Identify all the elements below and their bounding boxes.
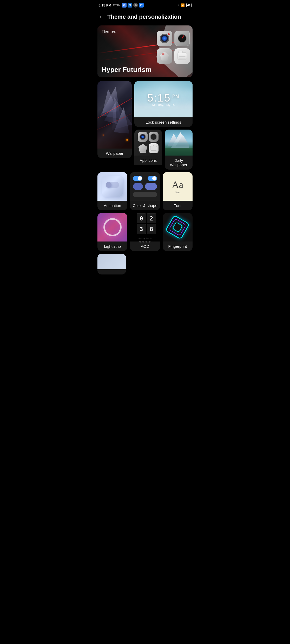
lock-time: 5:15 PM (147, 92, 180, 104)
animation-label: Animation (97, 201, 127, 210)
right-column: 5:15 PM Monday, July 15 Lock screen sett… (134, 81, 193, 170)
bottom-partial-card[interactable] (97, 254, 126, 274)
colorshape-card[interactable]: Color & shape (130, 172, 160, 210)
lightstrip-preview (97, 213, 127, 242)
ai-row-2 (138, 143, 159, 153)
mountain-bg (165, 140, 193, 156)
status-bar: 5:15 PM 120Hz G M 🛡 ✈ 📶 41 (94, 0, 196, 9)
back-button[interactable]: ← (98, 14, 104, 20)
shield-icon: 🛡 (139, 3, 144, 8)
hex-shape (168, 218, 187, 237)
themes-card-name: Hyper Futurism (102, 66, 151, 74)
header: ← Theme and personalization (94, 9, 196, 25)
ai-clock-icon (149, 132, 159, 142)
aod-icon-2 (142, 241, 144, 243)
app-icon-3 (133, 3, 138, 8)
themes-banner-card[interactable]: Themes Hyper Futurism (97, 25, 193, 77)
features-row-2: Light strip 0 2 3 8 Monday, June 3 A (97, 213, 193, 251)
aod-digit-3: 3 (137, 224, 146, 234)
battery-indicator: 41 (186, 3, 192, 7)
aod-card[interactable]: 0 2 3 8 Monday, June 3 AOD (130, 213, 160, 251)
wallpaper-label: Wallpaper (97, 149, 132, 158)
font-sub-text: Font (175, 190, 180, 194)
cs-toggle-knob-2 (152, 176, 156, 180)
cs-bar (133, 192, 157, 197)
dailywallpaper-card[interactable]: Daily Wallpaper (165, 130, 193, 170)
cs-toggle-knob-1 (138, 176, 142, 180)
battery-level: 41 (187, 4, 190, 7)
aod-icons-row (139, 240, 150, 243)
lockscreen-preview: 5:15 PM Monday, July 15 (134, 81, 193, 117)
aod-digit-2: 2 (147, 213, 156, 223)
ai-gem-icon (138, 143, 148, 153)
animation-card[interactable]: Animation (97, 172, 127, 210)
bottom-partial-preview (97, 254, 126, 269)
colorshape-label: Color & shape (130, 201, 160, 210)
font-big-text: Aa (172, 179, 183, 190)
status-left: 5:15 PM 120Hz G M 🛡 (98, 3, 144, 8)
font-label: Font (163, 201, 193, 210)
fingerprint-preview (163, 213, 193, 242)
cs-pill-small (133, 183, 143, 190)
wifi-icon: 📶 (181, 3, 185, 7)
cs-row-1 (133, 176, 157, 181)
appicons-preview (134, 130, 162, 156)
banner-gem-icon (157, 48, 172, 64)
bottom-row: App icons (134, 130, 193, 170)
cs-toggle-2 (148, 176, 157, 181)
animation-preview (97, 172, 127, 201)
banner-camera-icon (157, 31, 172, 46)
cs-pill-large (145, 183, 157, 190)
fingerprint-card[interactable]: Fingerprint (163, 213, 193, 251)
bottom-partial-row (97, 254, 193, 274)
main-content: Themes Hyper Futurism Wallpaper (94, 25, 196, 274)
font-card[interactable]: Aa Font Font (163, 172, 193, 210)
aod-date: Monday, June 3 (139, 237, 151, 240)
lock-time-suffix: PM (171, 94, 180, 98)
main-grid-row: Wallpaper 5:15 PM Monday, July 15 (97, 81, 193, 170)
status-app-icons: G M 🛡 (122, 3, 144, 8)
status-hz: 120Hz (113, 4, 120, 7)
lockscreen-label: Lock screen settings (134, 117, 193, 127)
banner-app-icons (157, 31, 190, 64)
appicons-label: App icons (134, 156, 162, 165)
fingerprint-label: Fingerprint (163, 242, 193, 251)
miui-icon: M (128, 3, 132, 8)
status-right: ✈ 📶 41 (177, 3, 192, 7)
lock-date: Monday, July 15 (152, 103, 175, 107)
aod-icon-1 (139, 241, 141, 243)
font-preview: Aa Font (163, 172, 193, 201)
aod-icon-4 (149, 241, 150, 243)
lightstrip-label: Light strip (97, 242, 127, 251)
aod-digits: 0 2 3 8 (135, 213, 155, 236)
ai-camera-icon (138, 132, 148, 142)
cs-row-2 (133, 183, 157, 190)
status-time: 5:15 PM (98, 3, 111, 7)
lockscreen-card[interactable]: 5:15 PM Monday, July 15 Lock screen sett… (134, 81, 193, 127)
wallpaper-preview (97, 81, 132, 149)
aod-preview: 0 2 3 8 Monday, June 3 (130, 213, 160, 242)
google-icon: G (122, 3, 127, 8)
ai-row-1 (138, 132, 159, 142)
themes-card-label: Themes (102, 29, 116, 33)
aod-digit-1: 0 (137, 213, 146, 223)
appicons-card[interactable]: App icons (134, 130, 162, 170)
ring-shape (103, 218, 122, 236)
aod-icon-3 (146, 241, 147, 243)
aod-digit-4: 8 (147, 224, 156, 234)
banner-folder-icon (174, 48, 190, 64)
lightstrip-card[interactable]: Light strip (97, 213, 127, 251)
ai-folder-icon (149, 143, 159, 153)
page-title: Theme and personalization (107, 14, 181, 20)
airplane-icon: ✈ (177, 3, 179, 7)
features-row-1: Animation (97, 172, 193, 210)
dailywallpaper-label: Daily Wallpaper (165, 156, 193, 170)
dailywallpaper-preview (165, 130, 193, 156)
cs-toggle-1 (133, 176, 142, 181)
colorshape-preview (130, 172, 160, 201)
wallpaper-card[interactable]: Wallpaper (97, 81, 132, 170)
banner-clock-icon (174, 31, 190, 46)
